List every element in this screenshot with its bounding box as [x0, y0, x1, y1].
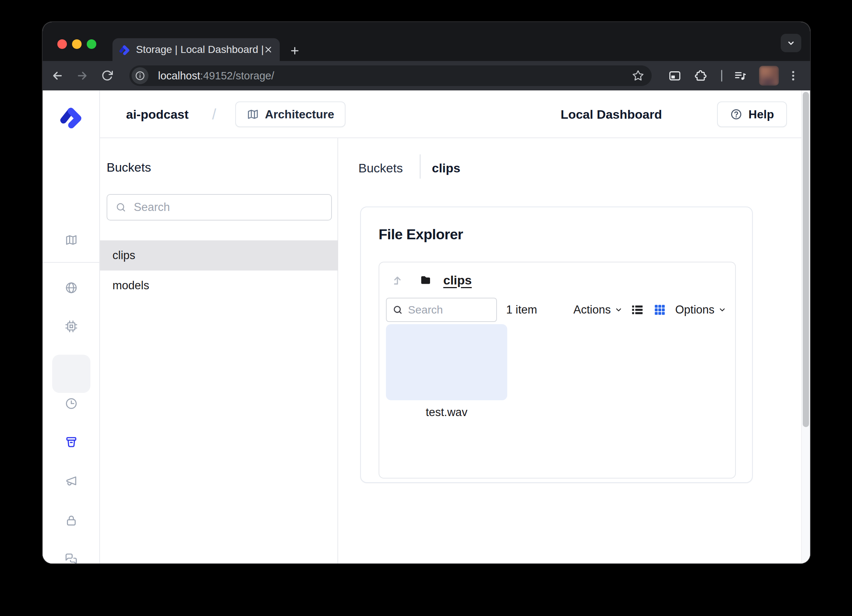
buckets-search-input[interactable]	[134, 201, 310, 214]
item-count: 1 item	[506, 298, 537, 322]
tab-search-button[interactable]	[781, 34, 801, 52]
actions-dropdown[interactable]: Actions	[573, 298, 622, 322]
grid-view-icon[interactable]	[653, 303, 667, 317]
options-dropdown[interactable]: Options	[675, 298, 726, 322]
environment-label: Local Dashboard	[560, 91, 662, 138]
rail-divider	[42, 262, 100, 263]
buckets-panel-title: Buckets	[107, 160, 151, 175]
chrome-menu-icon[interactable]	[785, 68, 801, 84]
services-cpu-icon[interactable]	[65, 320, 78, 333]
bookmark-star-icon[interactable]	[632, 69, 644, 82]
app-header: ai-podcast / Architecture Local Dashboar…	[100, 91, 801, 138]
search-icon	[115, 202, 127, 213]
file-explorer-card: File Explorer clips	[360, 207, 753, 483]
options-label: Options	[675, 303, 715, 317]
explorer-path-row: clips	[379, 263, 735, 298]
rail-item-storage[interactable]	[52, 355, 91, 393]
architecture-button-label: Architecture	[265, 108, 334, 121]
url-text: localhost:49152/storage/	[158, 70, 632, 82]
browser-window: Storage | Local Dashboard | N localhost:	[42, 22, 810, 563]
site-info-icon[interactable]	[131, 67, 148, 84]
app-logo-icon[interactable]	[60, 105, 83, 128]
apis-globe-icon[interactable]	[65, 281, 78, 294]
file-name: test.wav	[386, 406, 507, 419]
help-button-label: Help	[748, 108, 774, 121]
up-directory-icon[interactable]	[390, 274, 402, 286]
project-name: ai-podcast	[126, 91, 189, 138]
breadcrumb-current-bucket: clips	[432, 161, 460, 175]
chevron-down-icon	[615, 306, 622, 314]
file-explorer: clips 1 item Actions	[379, 262, 736, 479]
actions-label: Actions	[573, 303, 611, 317]
media-controls-icon[interactable]	[732, 68, 748, 84]
side-panel-icon[interactable]	[667, 68, 683, 84]
bucket-list-item-clips[interactable]: clips	[100, 240, 338, 270]
upload-files-title: Upload Files	[378, 561, 461, 563]
architecture-map-icon[interactable]	[65, 233, 78, 247]
bucket-name: clips	[112, 249, 135, 262]
toolbar-divider	[721, 70, 722, 82]
icon-rail	[42, 91, 100, 563]
tab-close-icon[interactable]	[264, 45, 273, 54]
address-bar[interactable]: localhost:49152/storage/	[129, 65, 652, 86]
new-tab-button[interactable]	[286, 42, 304, 60]
breadcrumb-divider	[420, 154, 420, 179]
help-button[interactable]: Help	[717, 101, 787, 127]
file-tile-preview[interactable]	[386, 324, 507, 400]
storage-main: Buckets clips File Explorer clips	[338, 138, 801, 563]
help-question-icon	[730, 108, 742, 121]
search-icon	[393, 305, 403, 315]
scrollbar-thumb[interactable]	[803, 92, 809, 427]
browser-tab[interactable]: Storage | Local Dashboard | N	[112, 38, 280, 61]
explorer-search-input[interactable]	[408, 303, 485, 316]
breadcrumb-buckets[interactable]: Buckets	[358, 161, 403, 175]
storage-bucket-icon[interactable]	[65, 436, 78, 449]
tab-strip: Storage | Local Dashboard | N	[42, 22, 810, 61]
breadcrumb-separator: /	[212, 91, 216, 138]
dashboard-page: ai-podcast / Architecture Local Dashboar…	[42, 91, 810, 563]
tab-title: Storage | Local Dashboard | N	[136, 44, 264, 56]
page-scrollbar[interactable]	[801, 91, 810, 563]
forward-button[interactable]	[74, 68, 91, 84]
chevron-down-icon	[718, 306, 726, 314]
browser-toolbar: localhost:49152/storage/	[42, 61, 810, 91]
bucket-name: models	[112, 279, 149, 292]
traffic-light-close[interactable]	[57, 39, 67, 49]
map-icon	[247, 108, 259, 121]
websockets-chat-icon[interactable]	[65, 553, 78, 563]
schedules-clock-icon[interactable]	[65, 397, 78, 410]
list-view-icon[interactable]	[630, 303, 644, 317]
architecture-button[interactable]: Architecture	[235, 101, 346, 127]
traffic-light-minimize[interactable]	[72, 39, 82, 49]
secrets-lock-icon[interactable]	[65, 514, 78, 527]
favicon-logo-icon	[119, 44, 130, 55]
bucket-list-item-models[interactable]: models	[100, 270, 338, 300]
reload-button[interactable]	[99, 68, 115, 84]
topics-megaphone-icon[interactable]	[65, 474, 78, 488]
current-folder-link[interactable]: clips	[443, 273, 471, 287]
back-button[interactable]	[49, 68, 65, 84]
traffic-light-zoom[interactable]	[87, 39, 96, 49]
explorer-search[interactable]	[386, 298, 497, 322]
profile-avatar[interactable]	[759, 66, 779, 86]
file-explorer-title: File Explorer	[379, 226, 463, 243]
extensions-icon[interactable]	[692, 68, 708, 84]
buckets-search[interactable]	[107, 194, 332, 220]
folder-icon	[419, 273, 432, 287]
buckets-panel: Buckets clips models	[100, 138, 338, 563]
